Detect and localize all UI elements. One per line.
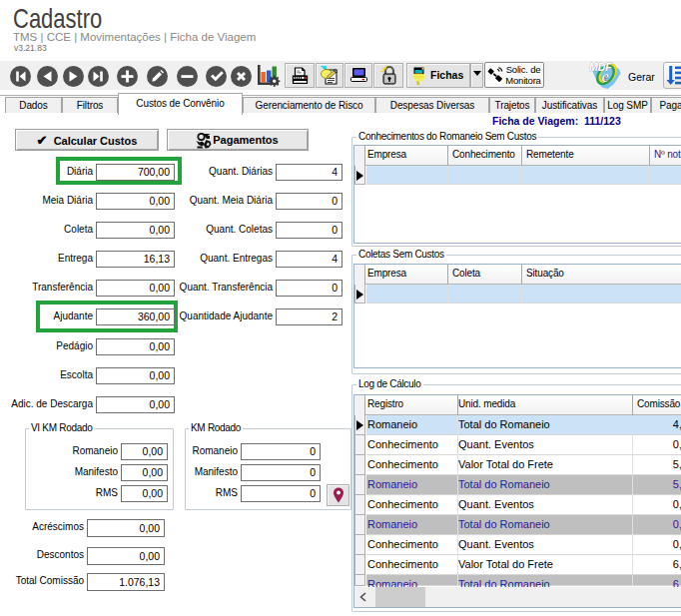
- svg-text:e: e: [602, 67, 609, 86]
